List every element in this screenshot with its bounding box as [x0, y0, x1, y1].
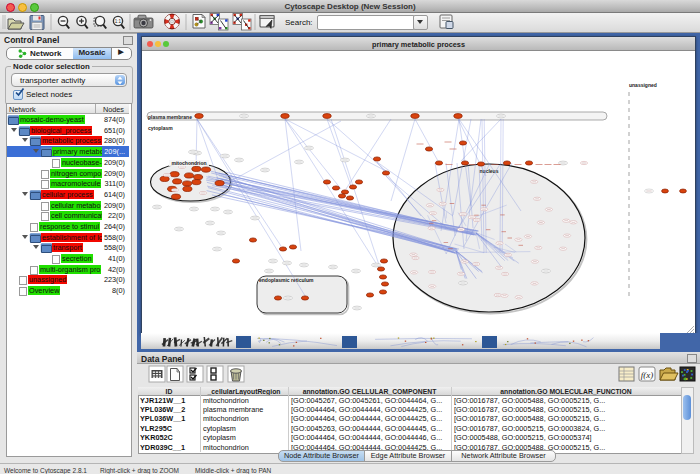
svg-text:endoplasmic reticulum: endoplasmic reticulum: [259, 277, 314, 283]
svg-text:unassigned: unassigned: [629, 82, 657, 88]
svg-text:1:1: 1:1: [115, 19, 122, 24]
svg-text:plasma membrane: plasma membrane: [148, 114, 192, 120]
svg-text:f(x): f(x): [641, 370, 654, 380]
svg-text:mitochondrion: mitochondrion: [172, 160, 207, 166]
svg-text:cytoplasm: cytoplasm: [148, 125, 173, 131]
